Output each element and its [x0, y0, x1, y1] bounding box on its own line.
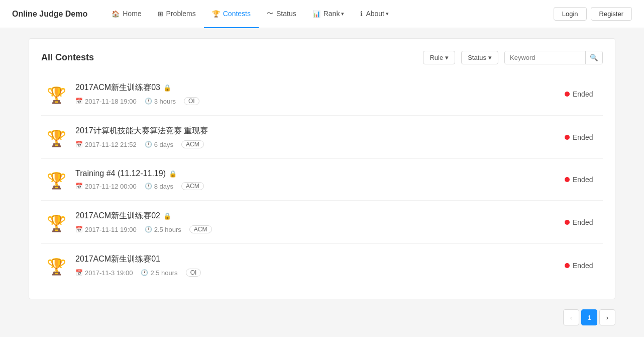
- clock-icon: 🕐: [145, 183, 152, 190]
- list-item: 🏆 2017ACM新生训练赛03 🔒 📅 2017-11-18 19:00: [41, 72, 603, 116]
- duration-value: 2.5 hours: [150, 269, 177, 277]
- date-value: 2017-11-12 21:52: [85, 141, 137, 148]
- login-button[interactable]: Login: [554, 7, 587, 21]
- contest-name: 2017ACM新生训练赛01: [75, 254, 160, 265]
- status-dot: [565, 92, 570, 97]
- list-item: 🏆 Training #4 (11.12-11.19) 🔒 📅 2017-11-…: [41, 159, 603, 201]
- contest-title[interactable]: 2017ACM新生训练赛02 🔒: [75, 211, 553, 221]
- contest-date: 📅 2017-11-18 19:00: [75, 98, 137, 105]
- trophy-icon: 🏆: [41, 212, 71, 233]
- filter-area: Rule ▾ Status ▾ 🔍: [423, 51, 603, 64]
- contest-title[interactable]: Training #4 (11.12-11.19) 🔒: [75, 169, 553, 178]
- about-icon: ℹ: [360, 10, 363, 18]
- nav-item-contests[interactable]: 🏆 Contests: [204, 1, 259, 28]
- contest-info: 2017ACM新生训练赛01 📅 2017-11-3 19:00 🕐 2.5 h…: [71, 254, 553, 277]
- nav-item-status[interactable]: 〜 Status: [259, 1, 304, 28]
- contests-card: All Contests Rule ▾ Status ▾ 🔍: [29, 38, 615, 299]
- nav-label-rank: Rank: [324, 10, 340, 18]
- contest-status: Ended: [553, 218, 603, 226]
- date-value: 2017-11-18 19:00: [85, 98, 137, 105]
- nav-label-home: Home: [123, 10, 141, 18]
- rule-chevron-icon: ▾: [445, 54, 449, 61]
- nav-item-home[interactable]: 🏠 Home: [103, 1, 149, 28]
- nav-label-problems: Problems: [166, 10, 196, 18]
- status-label: Ended: [573, 133, 593, 141]
- status-dot: [565, 135, 570, 140]
- status-label: Ended: [573, 90, 593, 98]
- status-label: Ended: [573, 262, 593, 270]
- status-filter-button[interactable]: Status ▾: [461, 51, 498, 64]
- svg-text:🏆: 🏆: [47, 257, 67, 276]
- nav-menu: 🏠 Home ⊞ Problems 🏆 Contests 〜 Status 📊 …: [103, 0, 554, 28]
- rank-chevron-icon: ▾: [341, 11, 344, 17]
- clock-icon: 🕐: [145, 226, 152, 233]
- status-filter-label: Status: [468, 54, 486, 61]
- nav-item-rank[interactable]: 📊 Rank ▾: [304, 1, 353, 28]
- list-item: 🏆 2017ACM新生训练赛01 📅 2017-11-3 19:00 🕐: [41, 244, 603, 287]
- contest-name: 2017ACM新生训练赛03: [75, 82, 160, 93]
- contest-meta: 📅 2017-11-18 19:00 🕐 3 hours OI: [75, 97, 553, 105]
- clock-icon: 🕐: [145, 98, 152, 105]
- calendar-icon: 📅: [75, 226, 83, 233]
- contest-status: Ended: [553, 262, 603, 270]
- contest-date: 📅 2017-11-12 21:52: [75, 141, 137, 148]
- date-value: 2017-11-12 00:00: [85, 183, 137, 190]
- status-label: Ended: [573, 176, 593, 184]
- register-button[interactable]: Register: [591, 7, 632, 21]
- date-value: 2017-11-11 19:00: [85, 226, 137, 233]
- trophy-icon: 🏆: [41, 127, 71, 148]
- main-content: All Contests Rule ▾ Status ▾ 🔍: [21, 38, 623, 325]
- calendar-icon: 📅: [75, 183, 83, 190]
- status-chevron-icon: ▾: [488, 54, 492, 61]
- trophy-icon: 🏆: [41, 83, 71, 105]
- home-icon: 🏠: [112, 10, 120, 18]
- rule-filter-button[interactable]: Rule ▾: [423, 51, 455, 64]
- status-dot: [565, 263, 570, 268]
- rule-filter-label: Rule: [430, 54, 443, 61]
- about-chevron-icon: ▾: [386, 11, 389, 17]
- contest-meta: 📅 2017-11-12 21:52 🕐 6 days ACM: [75, 140, 553, 148]
- nav-auth: Login Register: [554, 7, 632, 21]
- status-label: Ended: [573, 218, 593, 226]
- svg-text:🏆: 🏆: [47, 86, 67, 105]
- page-1-button[interactable]: 1: [581, 309, 597, 325]
- next-page-button[interactable]: ›: [599, 309, 615, 325]
- contest-info: 2017ACM新生训练赛03 🔒 📅 2017-11-18 19:00 🕐 3 …: [71, 82, 553, 105]
- contest-title[interactable]: 2017ACM新生训练赛03 🔒: [75, 82, 553, 93]
- contest-duration: 🕐 3 hours: [145, 98, 176, 105]
- contest-title[interactable]: 2017ACM新生训练赛01: [75, 254, 553, 265]
- next-icon: ›: [606, 314, 608, 321]
- contest-info: 2017ACM新生训练赛02 🔒 📅 2017-11-11 19:00 🕐 2.…: [71, 211, 553, 233]
- contest-duration: 🕐 8 days: [145, 183, 173, 190]
- contest-tag: OI: [186, 269, 201, 277]
- nav-label-status: Status: [276, 10, 296, 18]
- status-dot: [565, 177, 570, 182]
- contest-date: 📅 2017-11-3 19:00: [75, 269, 133, 277]
- contest-status: Ended: [553, 90, 603, 98]
- nav-label-contests: Contests: [223, 10, 251, 18]
- list-item: 🏆 2017ACM新生训练赛02 🔒 📅 2017-11-11 19:00: [41, 201, 603, 244]
- contest-tag: ACM: [181, 140, 204, 148]
- contest-tag: OI: [184, 97, 199, 105]
- contest-status: Ended: [553, 176, 603, 184]
- pagination: ‹ 1 ›: [29, 309, 615, 325]
- search-icon: 🔍: [590, 54, 598, 61]
- contest-duration: 🕐 2.5 hours: [145, 226, 181, 233]
- nav-item-problems[interactable]: ⊞ Problems: [150, 1, 204, 28]
- trophy-icon: 🏆: [41, 255, 71, 276]
- lock-icon: 🔒: [163, 212, 171, 220]
- contest-list: 🏆 2017ACM新生训练赛03 🔒 📅 2017-11-18 19:00: [41, 72, 603, 287]
- calendar-icon: 📅: [75, 141, 83, 148]
- search-button[interactable]: 🔍: [585, 51, 602, 64]
- duration-value: 8 days: [154, 183, 173, 190]
- nav-item-about[interactable]: ℹ About ▾: [352, 1, 397, 28]
- trophy-icon: 🏆: [41, 169, 71, 190]
- duration-value: 6 days: [154, 141, 173, 148]
- search-input[interactable]: [505, 51, 585, 64]
- contest-duration: 🕐 2.5 hours: [141, 269, 177, 277]
- svg-text:🏆: 🏆: [47, 171, 67, 190]
- clock-icon: 🕐: [145, 141, 152, 148]
- prev-page-button[interactable]: ‹: [563, 309, 579, 325]
- contest-title[interactable]: 2017计算机技能大赛算法竞赛 重现赛: [75, 126, 553, 136]
- contest-tag: ACM: [189, 225, 212, 233]
